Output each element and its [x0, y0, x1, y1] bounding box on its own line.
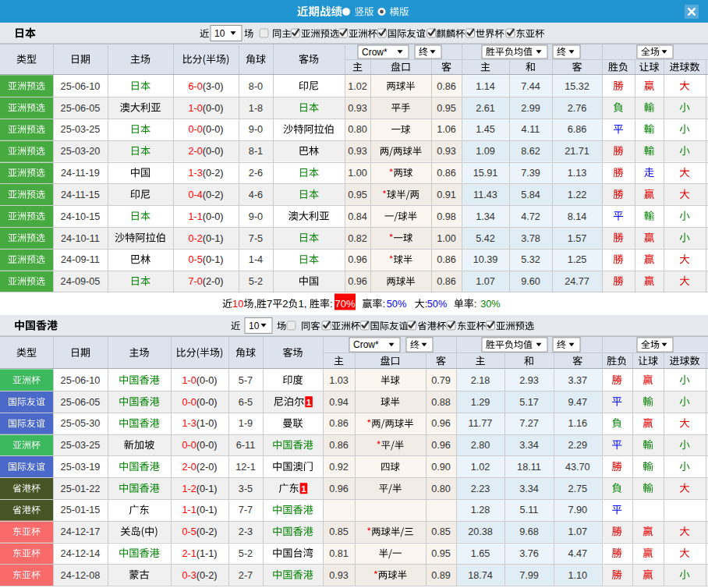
svg-text:1-0(0-0): 1-0(0-0) [182, 375, 217, 386]
svg-text:0.93: 0.93 [329, 570, 349, 581]
svg-text:1.13: 1.13 [568, 168, 587, 179]
svg-text:8.14: 8.14 [568, 211, 587, 222]
svg-text:1.25: 1.25 [568, 254, 587, 265]
svg-text:0.95: 0.95 [431, 548, 451, 559]
svg-text:0.95: 0.95 [437, 103, 456, 114]
svg-text:5.11: 5.11 [520, 505, 539, 515]
svg-text:24-10-15: 24-10-15 [61, 211, 101, 222]
svg-text:0-0(0-0): 0-0(0-0) [182, 397, 217, 408]
svg-text:7.27: 7.27 [519, 418, 539, 429]
svg-text:0.80: 0.80 [348, 124, 367, 135]
svg-text:25-03-25: 25-03-25 [61, 440, 101, 451]
svg-text:0.93: 0.93 [437, 146, 456, 157]
svg-text:6.86: 6.86 [568, 124, 587, 135]
svg-text:25-06-10: 25-06-10 [61, 81, 101, 92]
svg-text:0.86: 0.86 [329, 418, 349, 429]
svg-text:0.94: 0.94 [329, 397, 349, 408]
svg-text:1.07: 1.07 [476, 276, 495, 287]
svg-text:25-06-05: 25-06-05 [61, 397, 101, 408]
svg-text:1.10: 1.10 [568, 570, 587, 581]
svg-text:1.07: 1.07 [568, 526, 587, 537]
svg-text:1.34: 1.34 [476, 211, 495, 222]
svg-text:0.86: 0.86 [437, 276, 456, 287]
svg-text:24.77: 24.77 [565, 276, 589, 287]
svg-text:18.11: 18.11 [517, 462, 541, 473]
svg-text:21.71: 21.71 [565, 146, 589, 157]
svg-text:20.38: 20.38 [468, 526, 493, 537]
svg-text:15.32: 15.32 [565, 81, 589, 92]
svg-text:25-03-20: 25-03-20 [61, 146, 101, 157]
svg-text:0-5(0-2): 0-5(0-2) [182, 526, 217, 537]
svg-text:5-2: 5-2 [239, 548, 253, 559]
svg-text:3.37: 3.37 [568, 375, 587, 386]
svg-text:24-11-19: 24-11-19 [61, 168, 100, 179]
svg-text:25-01-15: 25-01-15 [61, 505, 101, 515]
svg-text:5.42: 5.42 [476, 233, 495, 244]
svg-text:9.60: 9.60 [521, 276, 540, 287]
svg-text:9-0: 9-0 [249, 124, 263, 135]
svg-text:12-1: 12-1 [235, 462, 255, 473]
svg-text:0-3(0-2): 0-3(0-2) [182, 570, 217, 581]
svg-text::: : [474, 298, 477, 310]
svg-text:0-5(0-1): 0-5(0-1) [188, 254, 223, 265]
svg-text:5.32: 5.32 [521, 254, 540, 265]
svg-text:0.88: 0.88 [431, 397, 451, 408]
svg-text:4-6: 4-6 [249, 190, 263, 200]
svg-text:25-03-25: 25-03-25 [61, 124, 101, 135]
svg-text:50%: 50% [387, 299, 406, 310]
svg-text:24-12-17: 24-12-17 [61, 526, 101, 537]
svg-text:0.91: 0.91 [437, 190, 456, 200]
svg-text:2.29: 2.29 [568, 440, 587, 451]
svg-text:0.90: 0.90 [431, 462, 451, 473]
svg-text::: : [382, 298, 385, 310]
svg-text:1.29: 1.29 [471, 397, 490, 408]
svg-text:1.02: 1.02 [471, 462, 490, 473]
svg-text:0.93: 0.93 [348, 103, 367, 114]
svg-text:24-12-14: 24-12-14 [61, 548, 101, 559]
svg-text:9.47: 9.47 [568, 397, 587, 408]
svg-text:6-5: 6-5 [239, 397, 253, 408]
svg-text:2: 2 [282, 298, 288, 310]
svg-text:7-0(2-0): 7-0(2-0) [188, 276, 223, 287]
svg-text:25-06-10: 25-06-10 [61, 375, 101, 386]
svg-text:2.75: 2.75 [568, 484, 587, 494]
svg-text:2.76: 2.76 [568, 103, 587, 114]
svg-text:25-03-19: 25-03-19 [61, 462, 101, 473]
svg-text:2.61: 2.61 [476, 103, 495, 114]
svg-text:1-1(0-0): 1-1(0-0) [188, 211, 223, 222]
svg-text:1-4: 1-4 [249, 254, 263, 265]
svg-text:25-06-05: 25-06-05 [61, 103, 101, 114]
svg-text:0.92: 0.92 [329, 462, 349, 473]
svg-text:0.82: 0.82 [348, 233, 367, 244]
svg-text:1-1(0-1): 1-1(0-1) [182, 505, 217, 515]
svg-text:1.02: 1.02 [348, 81, 367, 92]
svg-text:0-2(0-1): 0-2(0-1) [188, 233, 223, 244]
svg-text:0.95: 0.95 [348, 190, 367, 200]
svg-text:0.84: 0.84 [348, 211, 367, 222]
svg-text:0.86: 0.86 [437, 168, 456, 179]
svg-text:1.00: 1.00 [348, 168, 367, 179]
svg-text:5.84: 5.84 [521, 190, 540, 200]
svg-text::: : [330, 298, 333, 310]
svg-text:7.99: 7.99 [519, 570, 539, 581]
svg-text:30%: 30% [480, 299, 500, 310]
svg-text:Crow*: Crow* [362, 47, 388, 58]
svg-text:0.85: 0.85 [431, 526, 451, 537]
svg-text:,: , [253, 298, 257, 310]
svg-text:1.16: 1.16 [568, 418, 587, 429]
svg-text:7: 7 [267, 298, 272, 310]
svg-text:0.85: 0.85 [329, 526, 349, 537]
svg-text:1-2(0-1): 1-2(0-1) [182, 484, 217, 494]
svg-text:1.65: 1.65 [471, 548, 490, 559]
svg-text:1.22: 1.22 [568, 190, 587, 200]
svg-text:7-5: 7-5 [249, 233, 263, 244]
svg-text:3.34: 3.34 [519, 440, 539, 451]
svg-text:0.93: 0.93 [348, 146, 367, 157]
svg-text:0.79: 0.79 [431, 375, 451, 386]
svg-text:1.57: 1.57 [568, 233, 587, 244]
svg-text:43.70: 43.70 [565, 462, 590, 473]
svg-text:10: 10 [214, 28, 225, 39]
svg-text:7-7: 7-7 [239, 505, 253, 515]
svg-text:2-3: 2-3 [239, 526, 253, 537]
svg-text:3-5: 3-5 [239, 484, 253, 494]
